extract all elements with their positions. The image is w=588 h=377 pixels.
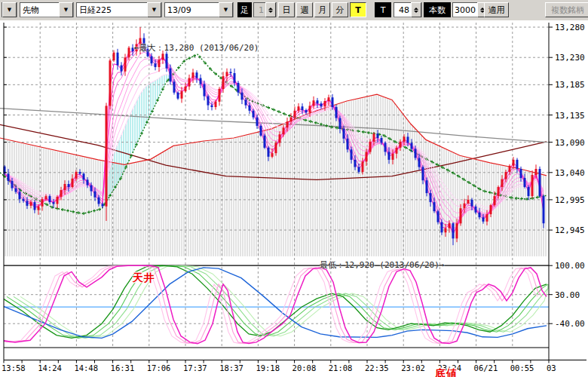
svg-text:23:02: 23:02 [401,363,425,372]
svg-text:100.00: 100.00 [555,261,585,271]
apply-button[interactable]: 適用 [484,2,509,17]
minute-button[interactable]: 分 [332,2,348,17]
svg-text:03: 03 [547,363,556,372]
svg-text:14:24: 14:24 [38,363,62,372]
chevron-down-icon[interactable]: ▼ [2,2,17,17]
svg-text:13,230: 13,230 [555,53,585,63]
month-button[interactable]: 月 [314,2,330,17]
chevron-down-icon[interactable]: ▼ [219,2,233,17]
week-button[interactable]: 週 [296,2,313,17]
contract-select[interactable]: 13/09 ▼ [164,2,234,17]
svg-text:22:35: 22:35 [365,363,389,372]
tick-count-value: 48 [394,5,411,15]
tick-count-label: T [375,2,391,17]
history-dropdown[interactable]: ▼ [2,2,17,17]
bar-count-label: 本数 [424,2,451,17]
symbol-value: 日経225 [77,5,147,16]
chart-area[interactable]: 13,28013,23013,18513,13513,09013,04012,9… [0,20,588,377]
svg-text:13,090: 13,090 [555,138,585,148]
symbol-select[interactable]: 日経225 ▼ [76,2,162,17]
svg-text:19:18: 19:18 [256,363,280,372]
svg-text:30.00: 30.00 [555,290,580,300]
multi-symbol-button[interactable]: 複数銘柄 [545,2,588,17]
spinner-icon[interactable] [265,2,276,17]
bar-interval-stepper[interactable]: 1 [253,2,277,17]
svg-text:13:58: 13:58 [2,363,26,372]
bar-interval-value: 1 [254,5,265,15]
candlestick-chart[interactable]: 13,28013,23013,18513,13513,09013,04012,9… [0,20,588,377]
svg-text:13,185: 13,185 [555,80,585,90]
svg-text:12,945: 12,945 [555,225,585,235]
svg-text:-40.00: -40.00 [555,319,585,329]
spinner-icon[interactable] [411,2,421,17]
svg-text:23:24: 23:24 [437,363,461,372]
svg-text:13,280: 13,280 [555,23,585,32]
instrument-value: 先物 [20,5,59,16]
svg-text:13,135: 13,135 [555,111,585,121]
tick-button[interactable]: T [350,2,366,17]
svg-text:00:55: 00:55 [510,363,534,372]
svg-text:18:37: 18:37 [219,363,243,372]
chevron-down-icon[interactable]: ▼ [147,2,161,17]
chevron-down-icon[interactable]: ▼ [59,2,73,17]
svg-text:21:08: 21:08 [329,363,353,372]
svg-text:20:08: 20:08 [292,363,317,372]
svg-text:14:48: 14:48 [74,363,98,372]
bar-type-label: 足 [237,2,252,17]
app-window: { "toolbar": { "history_arrow": "▼", "in… [0,0,588,377]
bar-count-value: 3000 [453,5,477,15]
svg-text:13,040: 13,040 [555,168,585,178]
day-button[interactable]: 日 [278,2,295,17]
svg-text:17:37: 17:37 [183,363,207,372]
bar-count-stepper[interactable]: 3000 [452,2,482,17]
instrument-select[interactable]: 先物 ▼ [20,2,74,17]
contract-value: 13/09 [165,5,219,15]
svg-text:06/21: 06/21 [474,363,498,372]
tick-count-stepper[interactable]: 48 [394,2,422,17]
svg-text:12,995: 12,995 [555,195,585,205]
svg-text:16:31: 16:31 [111,363,135,372]
toolbar: ▼ 先物 ▼ 日経225 ▼ 13/09 ▼ 足 1 日 週 月 分 T T 4… [0,0,588,21]
svg-text:17:06: 17:06 [147,363,171,372]
